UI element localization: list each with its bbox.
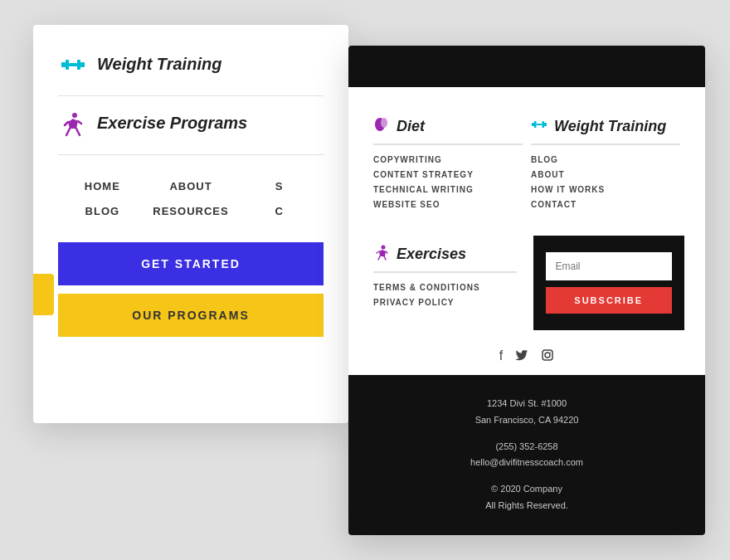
weight-training-label: Weight Training [97, 55, 221, 74]
link-about[interactable]: ABOUT [531, 170, 680, 179]
email: hello@divifitnesscoach.com [365, 455, 689, 471]
yellow-tab-accent [33, 274, 54, 315]
exercises-column: Exercises TERMS & CONDITIONS PRIVACY POL… [369, 236, 521, 321]
exercise-programs-menu-item[interactable]: Exercise Programs [58, 109, 324, 138]
link-website-seo[interactable]: WEBSITE SEO [373, 200, 523, 209]
svg-point-16 [550, 352, 551, 353]
weight-training-column: Weight Training BLOG ABOUT HOW IT WORKS … [527, 108, 684, 223]
header-bar [348, 46, 705, 87]
diet-title: Diet [373, 116, 523, 137]
our-programs-button[interactable]: OUR PROGRAMS [58, 294, 324, 337]
link-privacy[interactable]: PRIVACY POLICY [373, 298, 517, 307]
svg-rect-14 [543, 350, 552, 360]
svg-rect-11 [543, 121, 545, 128]
nav-c[interactable]: C [235, 205, 324, 217]
social-icons-row: f [348, 338, 705, 375]
get-started-button[interactable]: GET STARTED [58, 242, 324, 285]
facebook-icon[interactable]: f [499, 348, 503, 365]
email-input[interactable] [546, 252, 673, 280]
mobile-menu-card: Weight Training Exercise Programs HOME A… [33, 25, 348, 423]
footer-final: 1234 Divi St. #1000 San Francisco, CA 94… [348, 375, 705, 535]
twitter-icon[interactable] [515, 348, 528, 365]
link-terms[interactable]: TERMS & CONDITIONS [373, 283, 517, 292]
link-technical-writing[interactable]: TECHNICAL WRITING [373, 185, 523, 194]
svg-rect-1 [80, 62, 85, 67]
exercise-icon [58, 109, 87, 138]
instagram-icon[interactable] [541, 348, 554, 365]
weight-training-icon [58, 50, 87, 79]
link-copywriting[interactable]: COPYWRITING [373, 155, 523, 164]
address-line1: 1234 Divi St. #1000 [365, 396, 689, 412]
svg-point-7 [381, 118, 387, 128]
subscribe-button[interactable]: SUBSCRIBE [546, 287, 673, 314]
diet-divider [373, 144, 523, 145]
phone: (255) 352-6258 [365, 439, 689, 455]
divider-1 [58, 95, 324, 96]
svg-rect-8 [532, 123, 534, 126]
exercise-programs-label: Exercise Programs [97, 114, 247, 133]
diet-column: Diet COPYWRITING CONTENT STRATEGY TECHNI… [369, 108, 527, 223]
rights: All Rights Reserved. [365, 498, 689, 514]
svg-rect-4 [69, 63, 77, 66]
exercises-title: Exercises [373, 244, 517, 265]
footer-links-area: Diet COPYWRITING CONTENT STRATEGY TECHNI… [348, 87, 705, 236]
svg-rect-12 [537, 124, 543, 125]
nav-about[interactable]: ABOUT [147, 180, 236, 192]
nav-s[interactable]: S [235, 180, 324, 192]
copyright: © 2020 Company [365, 481, 689, 498]
subscribe-box: SUBSCRIBE [533, 236, 685, 330]
link-how-it-works[interactable]: HOW IT WORKS [531, 185, 680, 194]
diet-icon [373, 116, 390, 137]
weight-training-footer-icon [531, 116, 548, 137]
svg-point-13 [382, 246, 386, 250]
svg-rect-9 [544, 123, 547, 126]
exercises-divider [373, 271, 517, 273]
svg-rect-10 [534, 121, 537, 128]
wt-divider [531, 144, 680, 145]
weight-training-footer-title: Weight Training [531, 116, 680, 137]
svg-point-15 [545, 353, 550, 358]
svg-rect-0 [61, 62, 66, 67]
nav-blog[interactable]: BLOG [58, 205, 147, 217]
svg-rect-2 [66, 60, 69, 70]
address-line2: San Francisco, CA 94220 [365, 412, 689, 429]
svg-rect-3 [77, 60, 80, 70]
weight-training-menu-item[interactable]: Weight Training [58, 50, 324, 79]
svg-point-5 [72, 113, 77, 118]
footer-card: Diet COPYWRITING CONTENT STRATEGY TECHNI… [348, 46, 705, 535]
divider-2 [58, 154, 324, 155]
link-content-strategy[interactable]: CONTENT STRATEGY [373, 170, 523, 179]
link-blog[interactable]: BLOG [531, 155, 680, 164]
exercises-icon [373, 244, 390, 265]
nav-grid: HOME ABOUT S BLOG RESOURCES C [58, 180, 324, 217]
link-contact[interactable]: CONTACT [531, 200, 680, 209]
nav-resources[interactable]: RESOURCES [147, 205, 236, 217]
nav-home[interactable]: HOME [58, 180, 147, 192]
